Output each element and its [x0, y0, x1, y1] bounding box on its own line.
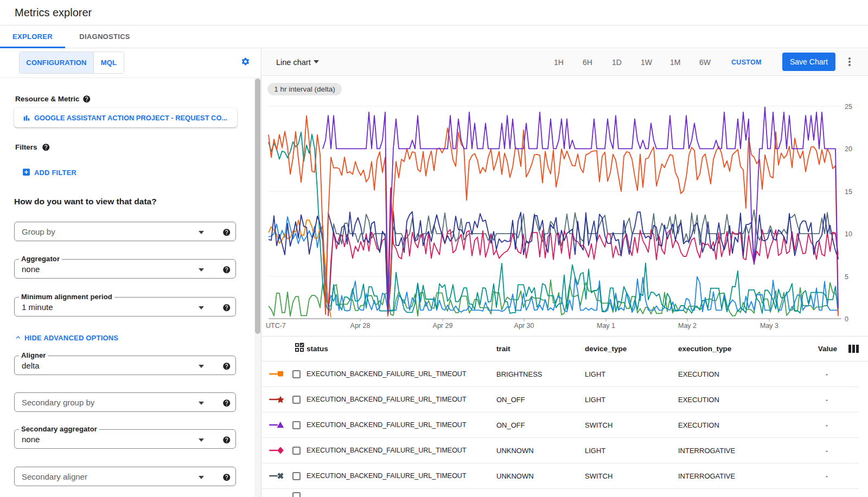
svg-text:Apr 30: Apr 30 [514, 322, 534, 330]
svg-text:May 2: May 2 [678, 322, 697, 330]
svg-text:Apr 28: Apr 28 [350, 322, 371, 330]
svg-text:May 3: May 3 [760, 322, 778, 330]
svg-text:5: 5 [845, 273, 848, 281]
svg-text:15: 15 [845, 188, 852, 196]
svg-text:May 1: May 1 [597, 322, 615, 330]
svg-text:20: 20 [845, 145, 852, 153]
svg-text:Apr 29: Apr 29 [433, 322, 453, 330]
svg-text:10: 10 [845, 230, 852, 238]
svg-text:UTC-7: UTC-7 [266, 322, 286, 330]
svg-text:25: 25 [845, 103, 852, 111]
svg-text:0: 0 [845, 315, 848, 323]
